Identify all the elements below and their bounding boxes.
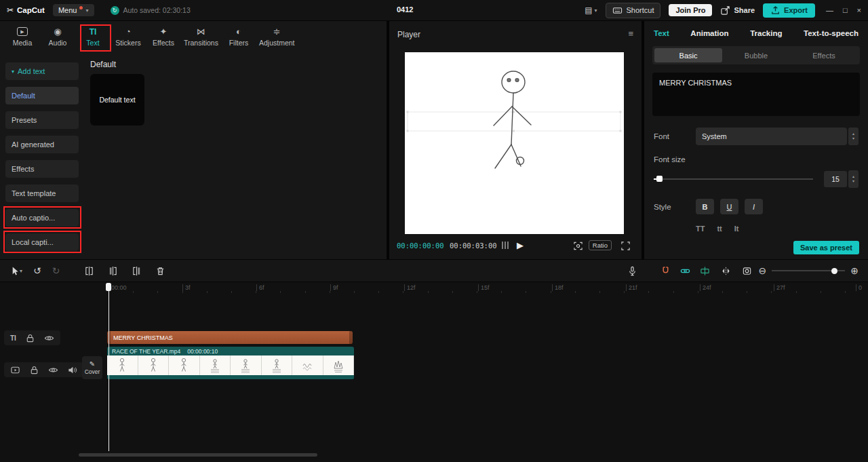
default-text-card[interactable]: Default text bbox=[90, 74, 144, 126]
audio-icon: ◉ bbox=[43, 26, 73, 37]
sidebar-item-effects[interactable]: Effects bbox=[5, 160, 79, 178]
zoom-in-button[interactable]: ⊕ bbox=[850, 265, 859, 276]
ruler-tick: 24f bbox=[700, 284, 711, 291]
media-tab-text[interactable]: TI Text bbox=[76, 26, 110, 47]
mute-icon[interactable] bbox=[67, 365, 77, 375]
text-clip[interactable]: MERRY CHRISTMAS bbox=[107, 331, 353, 344]
ratio-button[interactable]: Ratio bbox=[589, 240, 612, 250]
split-button[interactable] bbox=[84, 266, 94, 276]
delete-button[interactable] bbox=[155, 266, 165, 276]
media-tab-media[interactable]: ▶ Media bbox=[5, 26, 39, 47]
text-category-sidebar: ▾ Add text Default Presets AI generated … bbox=[5, 62, 79, 258]
slider-handle[interactable] bbox=[656, 176, 663, 182]
font-select[interactable]: System bbox=[696, 128, 847, 145]
timeline-ruler[interactable]: 00:00 3f 6f 9f 12f 15f 18f 21f 24f 27f 0 bbox=[0, 283, 868, 294]
join-pro-button[interactable]: Join Pro bbox=[669, 4, 712, 16]
fullscreen-icon[interactable] bbox=[620, 241, 631, 251]
media-tab-transitions[interactable]: ⋈ Transitions bbox=[182, 26, 220, 47]
total-duration: 00:00:03:00 bbox=[450, 242, 497, 250]
ruler-tick: 9f bbox=[330, 284, 338, 291]
font-size-label: Font size bbox=[654, 155, 859, 163]
text-content-input[interactable]: MERRY CHRISTMAS bbox=[652, 73, 860, 116]
close-button[interactable]: × bbox=[857, 6, 861, 14]
preview-axis-toggle[interactable] bbox=[700, 266, 710, 276]
tab-tracking[interactable]: Tracking bbox=[750, 29, 782, 37]
italic-case-button[interactable]: It bbox=[734, 225, 739, 233]
stick-figure-drawing bbox=[405, 52, 624, 234]
delete-left-button[interactable] bbox=[108, 266, 118, 276]
sidebar-item-add-text[interactable]: ▾ Add text bbox=[5, 62, 79, 80]
play-button[interactable]: ▶ bbox=[517, 240, 524, 250]
italic-button[interactable]: I bbox=[745, 199, 763, 214]
sidebar-item-local-captions[interactable]: Local capti... bbox=[5, 233, 79, 251]
zoom-slider[interactable] bbox=[772, 270, 845, 271]
menu-button[interactable]: Menu ▾ bbox=[53, 4, 94, 16]
fit-preview-icon[interactable] bbox=[573, 241, 583, 251]
sidebar-item-ai-generated[interactable]: AI generated bbox=[5, 136, 79, 153]
delete-right-button[interactable] bbox=[132, 266, 142, 276]
subtab-effects[interactable]: Effects bbox=[790, 48, 858, 62]
mask-button[interactable] bbox=[742, 266, 752, 276]
video-filmstrip bbox=[107, 355, 354, 375]
player-title: Player bbox=[397, 30, 420, 39]
underline-button[interactable]: U bbox=[720, 199, 738, 214]
font-size-slider[interactable] bbox=[654, 178, 813, 180]
visibility-icon[interactable] bbox=[48, 365, 58, 375]
font-stepper[interactable]: ▴ ▾ bbox=[848, 128, 859, 145]
lowercase-button[interactable]: tt bbox=[717, 225, 722, 233]
minimize-button[interactable]: — bbox=[826, 6, 833, 14]
record-voiceover-button[interactable] bbox=[627, 266, 637, 276]
visibility-icon[interactable] bbox=[44, 333, 54, 343]
subtab-bubble[interactable]: Bubble bbox=[722, 48, 790, 62]
media-tab-label: Filters bbox=[224, 39, 254, 47]
sidebar-item-default[interactable]: Default bbox=[5, 87, 79, 104]
share-label: Share bbox=[734, 6, 755, 14]
redo-button[interactable]: ↻ bbox=[52, 265, 60, 276]
ruler-tick: 15f bbox=[478, 284, 490, 291]
select-tool-button[interactable]: ▾ bbox=[9, 266, 22, 276]
media-tab-stickers[interactable]: ◔ Stickers bbox=[111, 26, 145, 47]
pencil-icon: ✎ bbox=[90, 361, 95, 368]
preview-canvas[interactable] bbox=[405, 52, 624, 234]
tab-animation[interactable]: Animation bbox=[690, 29, 728, 37]
video-clip[interactable]: RACE OF THE YEAR.mp4 00:00:00:10 bbox=[107, 347, 354, 379]
font-size-value[interactable]: 15 bbox=[824, 171, 847, 187]
tab-text[interactable]: Text bbox=[654, 29, 669, 37]
playhead[interactable] bbox=[105, 283, 112, 451]
shortcut-label: Shortcut bbox=[627, 6, 654, 14]
link-toggle[interactable] bbox=[680, 266, 690, 276]
save-as-preset-button[interactable]: Save as preset bbox=[793, 241, 859, 254]
uppercase-button[interactable]: TT bbox=[696, 225, 705, 233]
tab-text-to-speech[interactable]: Text-to-speech bbox=[804, 29, 859, 37]
media-tab-label: Transitions bbox=[184, 39, 218, 47]
shortcut-button[interactable]: Shortcut bbox=[606, 3, 661, 18]
timeline-scrollbar[interactable] bbox=[79, 453, 317, 457]
bold-button[interactable]: B bbox=[696, 199, 714, 214]
media-tab-audio[interactable]: ◉ Audio bbox=[41, 26, 75, 47]
player-menu-icon[interactable]: ≡ bbox=[628, 28, 633, 39]
export-button[interactable]: Export bbox=[763, 3, 815, 18]
zoom-slider-handle[interactable] bbox=[831, 268, 837, 274]
media-tab-adjustment[interactable]: ≑ Adjustment bbox=[257, 26, 297, 47]
magnet-toggle[interactable] bbox=[660, 266, 671, 276]
undo-button[interactable]: ↺ bbox=[33, 265, 41, 276]
layout-switch-button[interactable]: ▤ ▾ bbox=[585, 5, 597, 15]
media-tab-filters[interactable]: ◐ Filters bbox=[222, 26, 256, 47]
subtab-basic[interactable]: Basic bbox=[654, 48, 722, 62]
sidebar-item-presets[interactable]: Presets bbox=[5, 111, 79, 129]
media-tab-label: Text bbox=[78, 39, 108, 47]
effects-icon: ✦ bbox=[149, 26, 178, 37]
sidebar-item-text-template[interactable]: Text template bbox=[5, 185, 79, 202]
lock-icon[interactable] bbox=[29, 365, 39, 375]
share-button[interactable]: Share bbox=[720, 5, 755, 16]
lock-icon[interactable] bbox=[25, 333, 35, 343]
zoom-out-button[interactable]: ⊖ bbox=[759, 265, 767, 276]
edit-cover-button[interactable]: ✎ Cover bbox=[82, 356, 102, 379]
media-tab-label: Audio bbox=[43, 39, 73, 47]
mirror-button[interactable] bbox=[721, 266, 731, 276]
font-size-stepper[interactable]: ▴ ▾ bbox=[848, 170, 859, 188]
sidebar-item-auto-captions[interactable]: Auto captio... bbox=[5, 209, 79, 227]
restore-button[interactable]: □ bbox=[843, 6, 848, 14]
media-tab-effects[interactable]: ✦ Effects bbox=[146, 26, 180, 47]
frame-view-icon[interactable] bbox=[502, 242, 509, 249]
